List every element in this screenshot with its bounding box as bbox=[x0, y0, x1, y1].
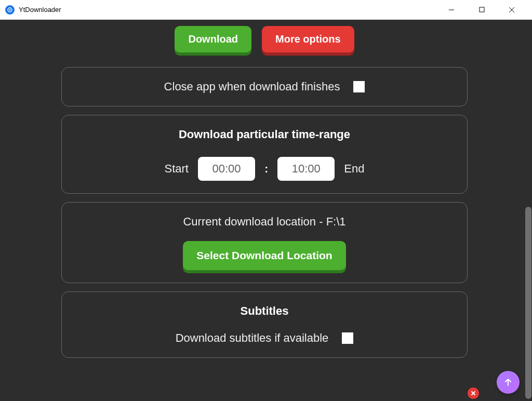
close-on-finish-checkbox[interactable] bbox=[353, 81, 365, 92]
start-time-input[interactable] bbox=[198, 157, 255, 181]
time-range-panel: Download particular time-range Start : E… bbox=[61, 115, 468, 194]
sidebar-sliver bbox=[0, 20, 3, 401]
app-icon bbox=[5, 5, 15, 15]
select-location-button[interactable]: Select Download Location bbox=[183, 241, 345, 270]
scroll-to-top-button[interactable] bbox=[497, 371, 520, 394]
close-badge-icon[interactable] bbox=[468, 387, 479, 399]
close-window-button[interactable] bbox=[497, 0, 527, 20]
arrow-up-icon bbox=[503, 377, 513, 387]
download-location-text: Current download location - F:\1 bbox=[72, 215, 457, 229]
more-options-button[interactable]: More options bbox=[262, 26, 354, 52]
app-body: Download More options Close app when dow… bbox=[0, 20, 532, 401]
download-location-path: F:\1 bbox=[326, 215, 346, 228]
time-range-title: Download particular time-range bbox=[72, 128, 457, 141]
time-separator: : bbox=[264, 162, 268, 176]
download-location-panel: Current download location - F:\1 Select … bbox=[61, 202, 468, 283]
download-button[interactable]: Download bbox=[175, 26, 251, 52]
download-location-prefix: Current download location - bbox=[183, 215, 326, 228]
subtitles-download-label: Download subtitles if available bbox=[176, 331, 329, 345]
subtitles-checkbox[interactable] bbox=[342, 332, 353, 344]
end-label: End bbox=[344, 162, 364, 176]
end-time-input[interactable] bbox=[277, 157, 335, 181]
close-on-finish-panel: Close app when download finishes bbox=[61, 67, 468, 106]
minimize-button[interactable] bbox=[436, 0, 467, 20]
main-content: Download More options Close app when dow… bbox=[4, 20, 525, 401]
start-label: Start bbox=[165, 162, 189, 176]
svg-rect-3 bbox=[480, 7, 484, 12]
maximize-button[interactable] bbox=[467, 0, 497, 20]
scrollbar-track[interactable] bbox=[525, 20, 532, 401]
scrollbar-thumb[interactable] bbox=[525, 207, 531, 399]
subtitles-panel: Subtitles Download subtitles if availabl… bbox=[61, 291, 468, 358]
titlebar: YtDownloader bbox=[0, 0, 532, 20]
action-buttons-row: Download More options bbox=[61, 20, 468, 52]
subtitles-title: Subtitles bbox=[72, 304, 457, 318]
window-title: YtDownloader bbox=[19, 6, 436, 14]
window-controls bbox=[436, 0, 527, 20]
close-on-finish-label: Close app when download finishes bbox=[164, 80, 340, 93]
svg-point-1 bbox=[9, 9, 11, 10]
